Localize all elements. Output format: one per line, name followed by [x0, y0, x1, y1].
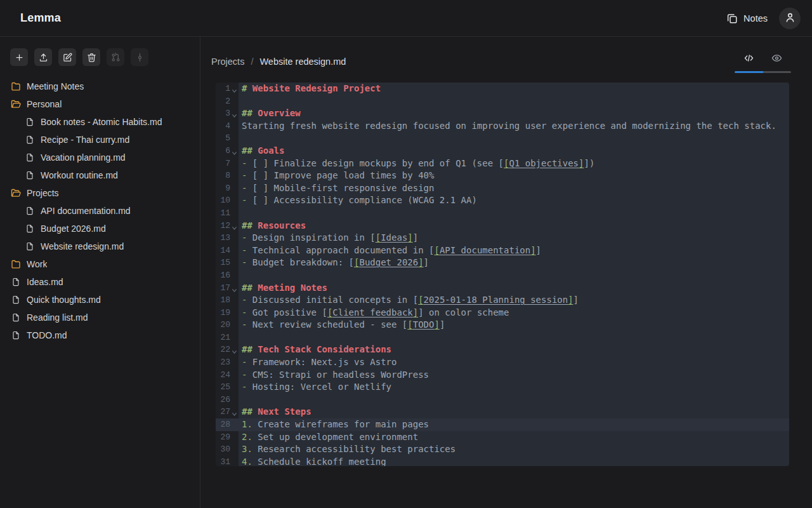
plain-text: CMS: Strapi or headless WordPress	[252, 370, 429, 380]
file-item-quick-thoughts-md[interactable]: Quick thoughts.md	[0, 291, 200, 309]
code-line-content: - Budget breakdown: [[Budget 2026]]	[239, 257, 789, 269]
editor-line-13[interactable]: 13- Design inspiration in [[Ideas]]	[216, 232, 789, 244]
line-number: 19	[216, 307, 239, 319]
editor-line-10[interactable]: 10- [ ] Accessibility compliance (WCAG 2…	[216, 194, 789, 207]
tab-source[interactable]	[735, 51, 763, 67]
wiki-link[interactable]: ]	[418, 257, 423, 267]
upload-icon	[39, 53, 48, 62]
md-marker: 2.	[242, 432, 258, 442]
wiki-link[interactable]: API documentation	[440, 245, 530, 255]
file-item-ideas-md[interactable]: Ideas.md	[0, 273, 200, 291]
file-item-budget-2026-md[interactable]: Budget 2026.md	[0, 220, 200, 237]
plain-text: Technical approach documented in [	[252, 245, 435, 255]
editor-line-17[interactable]: 17## Meeting Notes	[216, 282, 789, 295]
md-marker: -	[242, 370, 252, 380]
wiki-link[interactable]: Q1 objectives	[509, 158, 579, 168]
tree-item-label: Budget 2026.md	[41, 224, 106, 234]
editor-line-18[interactable]: 18- Discussed initial concepts in [[2025…	[216, 294, 789, 307]
code-line-content: - [ ] Mobile-first responsive design	[239, 182, 789, 195]
editor-line-8[interactable]: 8- [ ] Improve page load times by 40%	[216, 170, 789, 182]
editor-line-20[interactable]: 20- Next review scheduled - see [[TODO]]	[216, 319, 789, 331]
editor-line-21[interactable]: 21	[216, 331, 789, 344]
avatar[interactable]	[779, 8, 801, 29]
file-item-vacation-planning-md[interactable]: Vacation planning.md	[0, 149, 200, 166]
code-line-content: ## Resources	[239, 220, 789, 232]
editor-line-28[interactable]: 281. Create wireframes for main pages	[216, 418, 789, 431]
delete-button[interactable]	[82, 48, 100, 66]
wiki-link[interactable]: ]	[530, 245, 535, 255]
wiki-link[interactable]: ]	[413, 307, 418, 318]
md-marker: ##	[242, 145, 258, 156]
editor-line-29[interactable]: 292. Set up development environment	[216, 431, 789, 444]
breadcrumb-folder[interactable]: Projects	[211, 57, 244, 67]
code-line-content: - Technical approach documented in [[API…	[239, 244, 789, 257]
wiki-link[interactable]: [	[434, 245, 439, 255]
editor-line-19[interactable]: 19- Got positive [[Client feedback]] on …	[216, 307, 789, 319]
editor-line-27[interactable]: 27## Next Steps	[216, 406, 789, 418]
folder-item-meeting-notes[interactable]: Meeting Notes	[0, 77, 200, 95]
editor-line-12[interactable]: 12## Resources	[216, 220, 789, 232]
line-number: 12	[216, 220, 239, 232]
upload-button[interactable]	[34, 48, 52, 66]
editor-line-6[interactable]: 6## Goals	[216, 145, 789, 157]
plain-text: ]	[536, 245, 541, 255]
wiki-link[interactable]: ]	[568, 295, 573, 305]
wiki-link[interactable]: Client feedback	[332, 307, 412, 318]
pencil-icon	[63, 53, 72, 62]
wiki-link[interactable]: ]	[434, 319, 439, 330]
code-line-content: - [ ] Improve page load times by 40%	[239, 170, 789, 182]
editor-line-16[interactable]: 16	[216, 269, 789, 282]
wiki-link[interactable]: [	[407, 319, 412, 330]
folder-item-personal[interactable]: Personal	[0, 95, 200, 113]
file-item-workout-routine-md[interactable]: Workout routine.md	[0, 166, 200, 184]
wiki-link[interactable]: Ideas	[381, 232, 407, 243]
new-note-button[interactable]	[10, 48, 28, 66]
editor-line-11[interactable]: 11	[216, 207, 789, 220]
editor-line-31[interactable]: 314. Schedule kickoff meeting	[216, 456, 789, 466]
wiki-link[interactable]: TODO	[413, 319, 435, 330]
plain-text: [ ] Finalize design mockups by end of Q1…	[252, 158, 504, 168]
editor-line-22[interactable]: 22## Tech Stack Considerations	[216, 344, 789, 356]
code-line-content: 4. Schedule kickoff meeting	[239, 456, 789, 466]
editor-line-1[interactable]: 1# Website Redesign Project	[216, 83, 789, 95]
editor-line-5[interactable]: 5	[216, 132, 789, 145]
editor-line-30[interactable]: 303. Research accessibility best practic…	[216, 443, 789, 456]
plain-text: Schedule kickoff meeting	[258, 457, 386, 466]
tab-preview[interactable]	[763, 51, 792, 67]
wiki-link[interactable]: Budget 2026	[359, 257, 418, 267]
wiki-link[interactable]: [	[418, 295, 423, 305]
editor-line-3[interactable]: 3## Overview	[216, 107, 789, 120]
file-item-todo-md[interactable]: TODO.md	[0, 326, 200, 344]
edit-button[interactable]	[58, 48, 76, 66]
folder-item-work[interactable]: Work	[0, 255, 200, 273]
editor-line-4[interactable]: 4Starting fresh website redesign focused…	[216, 120, 789, 133]
editor-line-7[interactable]: 7- [ ] Finalize design mockups by end of…	[216, 157, 789, 170]
heading-text: Tech Stack Considerations	[258, 344, 391, 354]
markdown-editor[interactable]: 1# Website Redesign Project23## Overview…	[216, 83, 789, 466]
file-item-api-documentation-md[interactable]: API documentation.md	[0, 202, 200, 220]
file-item-book-notes-atomic-habits-md[interactable]: Book notes - Atomic Habits.md	[0, 113, 200, 131]
editor-line-23[interactable]: 23- Framework: Next.js vs Astro	[216, 356, 789, 369]
wiki-link[interactable]: 2025-01-18 Planning session	[424, 295, 568, 305]
wiki-link[interactable]: [	[376, 232, 381, 243]
line-number: 25	[216, 381, 239, 394]
line-number: 21	[216, 331, 239, 344]
editor-line-15[interactable]: 15- Budget breakdown: [[Budget 2026]]	[216, 257, 789, 269]
line-number: 30	[216, 443, 239, 456]
md-marker: ##	[242, 406, 258, 417]
code-line-content: ## Meeting Notes	[239, 282, 789, 295]
file-item-reading-list-md[interactable]: Reading list.md	[0, 309, 200, 326]
notes-button[interactable]: Notes	[726, 13, 768, 24]
editor-line-25[interactable]: 25- Hosting: Vercel or Netlify	[216, 381, 789, 394]
wiki-link[interactable]: ]	[407, 232, 412, 243]
editor-line-26[interactable]: 26	[216, 394, 789, 406]
code-line-content: # Website Redesign Project	[239, 83, 789, 95]
editor-line-9[interactable]: 9- [ ] Mobile-first responsive design	[216, 182, 789, 195]
editor-line-2[interactable]: 2	[216, 95, 789, 108]
editor-line-14[interactable]: 14- Technical approach documented in [[A…	[216, 244, 789, 257]
folder-item-projects[interactable]: Projects	[0, 184, 200, 202]
editor-line-24[interactable]: 24- CMS: Strapi or headless WordPress	[216, 369, 789, 382]
code-line-content: - Hosting: Vercel or Netlify	[239, 381, 789, 394]
file-item-recipe-thai-curry-md[interactable]: Recipe - Thai curry.md	[0, 131, 200, 149]
file-item-website-redesign-md[interactable]: Website redesign.md	[0, 237, 200, 255]
